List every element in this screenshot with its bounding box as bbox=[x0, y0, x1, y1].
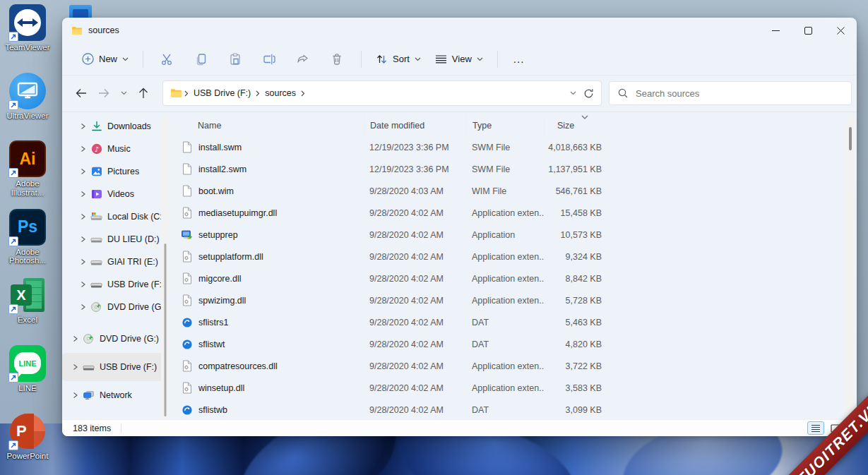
file-size: 15,458 KB bbox=[544, 208, 603, 218]
sort-button[interactable]: Sort bbox=[369, 49, 428, 69]
desktop-icon-label: PowerPoint bbox=[7, 452, 49, 461]
sort-descending-icon bbox=[581, 115, 588, 119]
file-list-scrollbar[interactable] bbox=[846, 115, 855, 419]
file-date-modified: 9/28/2020 4:02 AM bbox=[364, 208, 466, 218]
sidebar-item-dvd-drive-g-c[interactable]: DVD Drive (G:) C bbox=[62, 325, 164, 353]
close-button[interactable] bbox=[824, 18, 857, 43]
column-header-name[interactable]: Name bbox=[181, 116, 364, 135]
table-row[interactable]: boot.wim9/28/2020 4:03 AMWIM File546,761… bbox=[181, 180, 836, 202]
sidebar-item-label: GIAI TRI (E:) bbox=[107, 257, 158, 267]
maximize-button[interactable] bbox=[792, 18, 824, 43]
desktop-icon-powerpoint[interactable]: PPowerPoint bbox=[2, 413, 53, 475]
sidebar-item-usb-drive-f[interactable]: USB Drive (F:) bbox=[62, 353, 164, 381]
copy-button[interactable] bbox=[189, 49, 213, 70]
table-row[interactable]: setupprep9/28/2020 4:02 AMApplication10,… bbox=[181, 224, 836, 246]
file-date-modified: 9/28/2020 4:02 AM bbox=[364, 296, 466, 306]
sidebar-item-label: Music bbox=[107, 144, 131, 154]
sidebar-item-videos[interactable]: Videos bbox=[62, 183, 164, 205]
file-name: boot.wim bbox=[198, 186, 234, 196]
up-button[interactable] bbox=[133, 83, 154, 104]
details-view-button[interactable] bbox=[807, 421, 824, 435]
file-size: 3,099 KB bbox=[544, 405, 603, 415]
setup-app-icon bbox=[181, 229, 193, 241]
chevron-right-icon bbox=[77, 168, 88, 175]
status-bar: 183 items bbox=[62, 419, 857, 436]
teamviewer-icon bbox=[9, 4, 46, 41]
address-dropdown-icon[interactable] bbox=[570, 91, 576, 95]
paste-button[interactable] bbox=[223, 49, 247, 70]
desktop-icon-line[interactable]: LINELINE bbox=[2, 345, 53, 414]
sidebar-item-local-disk-c[interactable]: Local Disk (C:) bbox=[62, 205, 164, 228]
desktop-icon-teamviewer[interactable]: TeamViewer bbox=[2, 4, 53, 73]
sidebar-list: Downloads♪MusicPicturesVideosLocal Disk … bbox=[62, 115, 170, 421]
table-row[interactable]: sflistrs19/28/2020 4:02 AMDAT5,463 KB bbox=[181, 311, 836, 333]
table-row[interactable]: sflistwt9/28/2020 4:02 AMDAT4,820 KB bbox=[181, 333, 836, 355]
file-type: Application exten... bbox=[466, 296, 544, 306]
sidebar-item-network[interactable]: Network bbox=[62, 381, 164, 409]
file-date-modified: 9/28/2020 4:02 AM bbox=[364, 274, 466, 284]
item-count: 183 items bbox=[73, 423, 111, 433]
sidebar-item-label: Local Disk (C:) bbox=[107, 212, 164, 222]
table-row[interactable]: migcore.dll9/28/2020 4:02 AMApplication … bbox=[181, 267, 836, 289]
rename-button[interactable] bbox=[257, 49, 281, 70]
recent-locations-button[interactable] bbox=[116, 83, 131, 104]
table-row[interactable]: install.swm12/19/2023 3:36 PMSWM File4,0… bbox=[181, 136, 836, 158]
view-button[interactable]: View bbox=[428, 49, 490, 68]
file-name: sflistrs1 bbox=[198, 318, 228, 327]
forward-button[interactable] bbox=[93, 83, 114, 104]
chevron-right-icon bbox=[77, 303, 88, 311]
new-button[interactable]: New bbox=[75, 49, 136, 69]
sidebar-item-usb-drive-f[interactable]: USB Drive (F:) bbox=[62, 273, 164, 296]
music-icon: ♪ bbox=[90, 143, 102, 155]
file-type: DAT bbox=[466, 405, 544, 415]
column-header-date-modified[interactable]: Date modified bbox=[364, 116, 466, 135]
table-row[interactable]: mediasetupuimgr.dll9/28/2020 4:02 AMAppl… bbox=[181, 202, 836, 224]
folder-icon bbox=[170, 88, 182, 98]
breadcrumb-segment-folder[interactable]: sources bbox=[262, 88, 299, 98]
table-row[interactable]: winsetup.dll9/28/2020 4:02 AMApplication… bbox=[181, 377, 836, 399]
cut-button[interactable] bbox=[155, 49, 179, 70]
file-name: install2.swm bbox=[198, 164, 246, 174]
desktop-icon-adobe-photosh[interactable]: PsAdobe Photosh... bbox=[2, 209, 53, 277]
photoshop-icon: Ps bbox=[9, 209, 46, 246]
table-row[interactable]: install2.swm12/19/2023 3:36 PMSWM File1,… bbox=[181, 158, 836, 180]
table-row[interactable]: setupplatform.dll9/28/2020 4:02 AMApplic… bbox=[181, 246, 836, 267]
sidebar-item-dvd-drive-g-c[interactable]: DVD Drive (G:) C bbox=[62, 296, 164, 318]
desktop-icon-excel[interactable]: XExcel bbox=[2, 277, 53, 345]
sidebar-scrollbar[interactable] bbox=[161, 115, 170, 419]
table-row[interactable]: compatresources.dll9/28/2020 4:02 AMAppl… bbox=[181, 355, 836, 377]
breadcrumb-chevron-icon bbox=[182, 90, 191, 97]
file-type: Application exten... bbox=[466, 252, 544, 262]
word-desktop-icon[interactable] bbox=[69, 5, 92, 18]
file-name: compatresources.dll bbox=[198, 361, 278, 371]
sidebar-item-music[interactable]: ♪Music bbox=[62, 138, 164, 160]
desktop-icon-adobe-illustrat[interactable]: AiAdobe Illustrat... bbox=[2, 140, 53, 209]
column-header-type[interactable]: Type bbox=[466, 116, 544, 135]
minimize-button[interactable] bbox=[759, 18, 792, 43]
refresh-icon[interactable] bbox=[583, 88, 594, 99]
file-date-modified: 9/28/2020 4:02 AM bbox=[364, 252, 466, 262]
sidebar-item-pictures[interactable]: Pictures bbox=[62, 160, 164, 183]
breadcrumb-segment-drive[interactable]: USB Drive (F:) bbox=[191, 88, 254, 98]
table-row[interactable]: spwizimg.dll9/28/2020 4:02 AMApplication… bbox=[181, 289, 836, 311]
back-button[interactable] bbox=[71, 83, 92, 104]
chevron-right-icon bbox=[77, 236, 88, 243]
sidebar-item-giai-tri-e[interactable]: GIAI TRI (E:) bbox=[62, 251, 164, 273]
shortcut-arrow-icon bbox=[8, 304, 18, 314]
more-options-button[interactable]: ... bbox=[505, 53, 533, 65]
search-box[interactable] bbox=[609, 81, 852, 105]
illustrator-icon: Ai bbox=[9, 140, 46, 177]
tab-sources[interactable]: sources bbox=[62, 25, 119, 35]
file-size: 5,463 KB bbox=[544, 318, 603, 327]
sidebar-item-downloads[interactable]: Downloads bbox=[62, 115, 164, 138]
table-row[interactable]: sflistwb9/28/2020 4:02 AMDAT3,099 KB bbox=[181, 399, 836, 421]
share-button[interactable] bbox=[291, 49, 315, 70]
chevron-right-icon bbox=[69, 335, 81, 342]
sidebar-item-du-lieu-d[interactable]: DU LIEU (D:) bbox=[62, 228, 164, 251]
delete-button[interactable] bbox=[325, 49, 349, 70]
breadcrumb[interactable]: USB Drive (F:) sources bbox=[162, 80, 602, 106]
column-header-size[interactable]: Size bbox=[544, 116, 603, 135]
search-input[interactable] bbox=[634, 88, 843, 100]
file-explorer-window: sources New Sort bbox=[62, 18, 857, 436]
desktop-icon-ultraviewer[interactable]: UltraViewer bbox=[2, 73, 53, 141]
